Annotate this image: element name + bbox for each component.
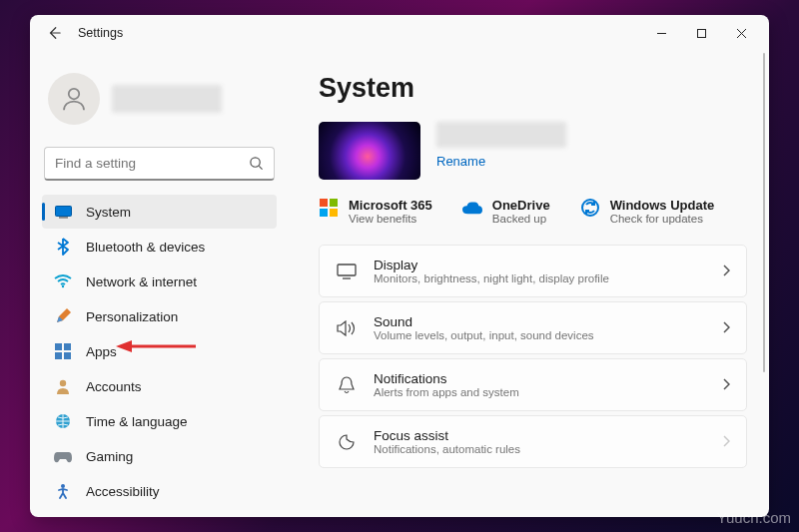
nav-label: Time & language <box>86 414 188 429</box>
nav-label: Apps <box>86 344 117 359</box>
focus-assist-icon <box>336 434 358 450</box>
back-arrow-icon <box>47 26 61 40</box>
search-input[interactable] <box>55 156 249 171</box>
status-title: Microsoft 365 <box>349 198 432 213</box>
nav-label: Gaming <box>86 449 133 464</box>
card-title: Notifications <box>374 371 706 386</box>
sidebar-item-apps[interactable]: Apps <box>42 334 277 368</box>
device-info: Rename <box>436 122 566 169</box>
chevron-right-icon <box>722 263 730 280</box>
chevron-right-icon <box>722 319 730 337</box>
card-title: Sound <box>374 314 706 329</box>
svg-rect-4 <box>59 217 68 219</box>
maximize-button[interactable] <box>681 17 721 49</box>
nav-label: Accounts <box>86 379 142 394</box>
nav-label: Bluetooth & devices <box>86 240 205 255</box>
card-title: Display <box>374 258 706 272</box>
accessibility-icon <box>54 482 72 500</box>
rename-link[interactable]: Rename <box>436 154 566 169</box>
back-button[interactable] <box>38 17 70 49</box>
svg-rect-6 <box>55 343 62 350</box>
wifi-icon <box>54 272 72 290</box>
svg-point-10 <box>60 380 66 386</box>
svg-rect-15 <box>320 209 328 217</box>
display-icon <box>336 264 358 279</box>
onedrive-icon <box>462 198 482 218</box>
card-sub: Monitors, brightness, night light, displ… <box>374 272 706 284</box>
svg-rect-9 <box>64 352 71 359</box>
sidebar-item-system[interactable]: System <box>42 195 277 229</box>
windows-update-icon <box>580 198 600 218</box>
close-icon <box>736 28 747 39</box>
avatar <box>48 73 100 125</box>
scrollbar[interactable] <box>763 53 765 372</box>
gaming-icon <box>54 447 72 465</box>
main-panel: System Rename Microsoft 365 View benefit… <box>285 51 769 517</box>
sidebar-item-personalization[interactable]: Personalization <box>42 299 277 333</box>
sidebar-item-gaming[interactable]: Gaming <box>42 439 277 473</box>
titlebar: Settings <box>30 15 769 51</box>
device-thumbnail[interactable] <box>319 122 420 180</box>
card-notifications[interactable]: Notifications Alerts from apps and syste… <box>319 358 747 411</box>
sidebar: System Bluetooth & devices Network & int… <box>30 51 285 517</box>
close-button[interactable] <box>721 17 761 49</box>
settings-window: Settings <box>30 15 769 517</box>
search-box[interactable] <box>44 147 275 181</box>
nav-list: System Bluetooth & devices Network & int… <box>42 195 277 508</box>
profile-section[interactable] <box>42 55 277 143</box>
system-icon <box>54 203 72 221</box>
device-row: Rename <box>319 122 747 180</box>
sidebar-item-accessibility[interactable]: Accessibility <box>42 474 277 508</box>
status-title: OneDrive <box>492 198 550 213</box>
svg-rect-13 <box>320 199 328 207</box>
settings-cards: Display Monitors, brightness, night ligh… <box>319 245 747 468</box>
status-microsoft365[interactable]: Microsoft 365 View benefits <box>319 198 432 225</box>
status-sub: Backed up <box>492 213 550 225</box>
sound-icon <box>336 320 358 336</box>
svg-rect-0 <box>697 29 705 37</box>
card-display[interactable]: Display Monitors, brightness, night ligh… <box>319 245 747 297</box>
person-icon <box>59 84 89 114</box>
svg-rect-16 <box>330 209 338 217</box>
svg-rect-7 <box>64 343 71 350</box>
card-sub: Alerts from apps and system <box>374 386 706 398</box>
search-icon <box>249 156 264 171</box>
page-title: System <box>319 73 747 104</box>
minimize-button[interactable] <box>641 17 681 49</box>
status-sub: View benefits <box>349 213 432 225</box>
bluetooth-icon <box>54 238 72 256</box>
card-sub: Volume levels, output, input, sound devi… <box>374 329 706 341</box>
maximize-icon <box>696 28 707 39</box>
status-onedrive[interactable]: OneDrive Backed up <box>462 198 550 225</box>
card-focus-assist[interactable]: Focus assist Notifications, automatic ru… <box>319 415 747 468</box>
nav-label: Network & internet <box>86 274 197 289</box>
chevron-right-icon <box>722 433 730 451</box>
svg-point-5 <box>62 285 64 287</box>
nav-label: Personalization <box>86 309 178 324</box>
status-row: Microsoft 365 View benefits OneDrive Bac… <box>319 198 747 225</box>
profile-name-redacted <box>112 85 222 113</box>
svg-rect-3 <box>55 206 71 216</box>
accounts-icon <box>54 377 72 395</box>
svg-point-12 <box>61 484 65 488</box>
sidebar-item-accounts[interactable]: Accounts <box>42 369 277 403</box>
card-sound[interactable]: Sound Volume levels, output, input, soun… <box>319 301 747 354</box>
apps-icon <box>54 342 72 360</box>
notifications-icon <box>336 376 358 394</box>
window-controls <box>641 17 761 49</box>
sidebar-item-network[interactable]: Network & internet <box>42 265 277 298</box>
sidebar-item-bluetooth[interactable]: Bluetooth & devices <box>42 230 277 264</box>
svg-rect-14 <box>330 199 338 207</box>
minimize-icon <box>656 28 667 39</box>
time-language-icon <box>54 412 72 430</box>
device-name-redacted <box>436 122 566 148</box>
microsoft365-icon <box>319 198 339 218</box>
nav-label: Accessibility <box>86 484 160 499</box>
personalization-icon <box>54 307 72 325</box>
watermark: Yuucn.com <box>717 509 791 526</box>
sidebar-item-time-language[interactable]: Time & language <box>42 404 277 438</box>
nav-label: System <box>86 205 131 220</box>
svg-rect-8 <box>55 352 62 359</box>
status-windows-update[interactable]: Windows Update Check for updates <box>580 198 715 225</box>
card-title: Focus assist <box>374 428 706 443</box>
